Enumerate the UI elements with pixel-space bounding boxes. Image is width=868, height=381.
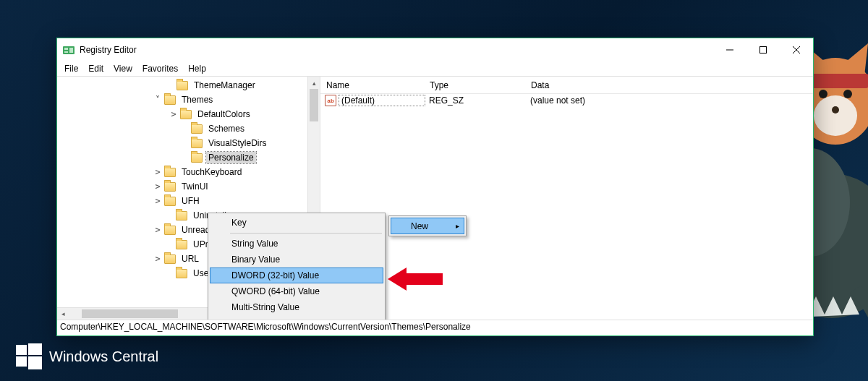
ctx-item-qword-64-bit-value[interactable]: QWORD (64-bit) Value <box>210 283 383 299</box>
ctx-item-label: String Value <box>231 239 278 249</box>
chevron-right-icon[interactable]: > <box>153 254 163 264</box>
svg-rect-11 <box>64 51 68 53</box>
context-menu-new: New▸ <box>388 215 467 236</box>
close-button[interactable] <box>780 39 813 61</box>
chevron-right-icon[interactable]: > <box>153 196 163 206</box>
titlebar[interactable]: Registry Editor <box>57 38 813 61</box>
watermark-text: Windows Central <box>49 348 158 365</box>
tree-node-label: Schemes <box>206 123 247 134</box>
ctx-item-key[interactable]: Key <box>210 215 383 231</box>
ctx-separator <box>230 233 382 234</box>
ctx-item-expandable-string-value[interactable]: Expandable String Value <box>210 315 383 320</box>
reg-string-icon: ab <box>325 95 336 106</box>
folder-icon <box>176 211 187 221</box>
submenu-arrow-icon: ▸ <box>456 222 459 230</box>
ctx-item-multi-string-value[interactable]: Multi-String Value <box>210 299 383 315</box>
folder-icon <box>164 197 176 206</box>
folder-icon <box>176 81 188 90</box>
tree-node-thememanager[interactable]: ThemeManager <box>57 78 307 93</box>
regedit-icon <box>63 44 75 56</box>
windows-logo-icon <box>16 343 42 369</box>
chevron-down-icon[interactable]: ˅ <box>153 95 163 105</box>
menu-view[interactable]: View <box>109 62 137 75</box>
svg-rect-10 <box>69 48 73 53</box>
tree-node-label: DefaultColors <box>195 108 252 120</box>
ctx-item-binary-value[interactable]: Binary Value <box>210 252 383 267</box>
menu-file[interactable]: File <box>59 62 83 75</box>
folder-icon <box>164 95 176 105</box>
tree-node-label: Personalize <box>206 152 256 163</box>
folder-icon <box>191 124 203 134</box>
ctx-item-label: Key <box>231 218 247 228</box>
value-data: (value not set) <box>526 95 813 106</box>
ctx-item-label: New <box>411 221 428 231</box>
values-list-pane: Name Type Data ab(Default)REG_SZ(value n… <box>320 77 813 320</box>
col-header-name[interactable]: Name <box>320 80 424 90</box>
folder-icon <box>164 182 176 192</box>
scroll-thumb[interactable] <box>310 89 318 121</box>
folder-icon <box>164 168 176 177</box>
svg-rect-19 <box>16 356 27 367</box>
scroll-left-arrow-icon[interactable]: ◂ <box>57 310 69 317</box>
ctx-item-new[interactable]: New▸ <box>391 218 464 234</box>
tree-node-label: TwinUI <box>179 181 210 192</box>
tree-node-personalize[interactable]: Personalize <box>57 150 307 165</box>
tree-node-schemes[interactable]: Schemes <box>57 121 307 136</box>
col-header-data[interactable]: Data <box>525 80 813 90</box>
ctx-item-label: Binary Value <box>231 254 280 265</box>
menu-edit[interactable]: Edit <box>83 62 109 75</box>
list-body[interactable]: ab(Default)REG_SZ(value not set) <box>320 94 813 107</box>
scroll-up-arrow-icon[interactable]: ▴ <box>308 77 320 89</box>
watermark: Windows Central <box>16 343 158 369</box>
menubar: File Edit View Favorites Help <box>57 61 813 76</box>
menu-help[interactable]: Help <box>183 62 211 75</box>
ctx-item-label: Expandable String Value <box>231 318 326 320</box>
tree-node-label: ThemeManager <box>192 80 258 91</box>
svg-rect-18 <box>28 343 42 355</box>
svg-point-6 <box>843 90 852 98</box>
chevron-right-icon[interactable]: > <box>153 167 163 177</box>
tree-node-themes[interactable]: ˅Themes <box>57 93 307 107</box>
chevron-right-icon[interactable]: > <box>169 109 179 119</box>
folder-icon <box>191 139 203 148</box>
tree-node-visualstyledirs[interactable]: VisualStyleDirs <box>57 136 307 150</box>
maximize-button[interactable] <box>746 39 780 61</box>
svg-rect-13 <box>760 46 767 53</box>
minimize-button[interactable] <box>713 39 746 61</box>
tree-node-defaultcolors[interactable]: >DefaultColors <box>57 107 307 121</box>
value-type: REG_SZ <box>425 95 526 106</box>
list-header: Name Type Data <box>320 77 813 94</box>
ctx-item-label: Multi-String Value <box>231 302 299 312</box>
registry-editor-window: Registry Editor File Edit View Favorites… <box>56 38 814 336</box>
folder-icon <box>176 269 187 278</box>
tree-node-touchkeyboard[interactable]: >TouchKeyboard <box>57 165 307 179</box>
chevron-right-icon[interactable]: > <box>153 225 163 235</box>
value-row[interactable]: ab(Default)REG_SZ(value not set) <box>320 94 813 107</box>
ctx-item-label: QWORD (64-bit) Value <box>231 286 320 296</box>
svg-point-3 <box>814 95 857 136</box>
svg-point-7 <box>832 106 839 114</box>
tree-node-label: URL <box>179 253 201 265</box>
context-menu-new-types: KeyString ValueBinary ValueDWORD (32-bit… <box>208 213 386 320</box>
menu-favorites[interactable]: Favorites <box>137 62 183 75</box>
statusbar-path: Computer\HKEY_LOCAL_MACHINE\SOFTWARE\Mic… <box>57 320 813 335</box>
folder-icon <box>191 153 203 163</box>
folder-icon <box>164 254 176 264</box>
chevron-right-icon[interactable]: > <box>153 181 163 192</box>
col-header-type[interactable]: Type <box>424 80 525 90</box>
ctx-item-dword-32-bit-value[interactable]: DWORD (32-bit) Value <box>210 267 383 283</box>
value-name: (Default) <box>339 95 425 106</box>
ctx-item-label: DWORD (32-bit) Value <box>231 270 319 281</box>
tree-node-label: Themes <box>179 94 215 106</box>
ctx-item-string-value[interactable]: String Value <box>210 236 383 252</box>
svg-rect-20 <box>28 356 42 369</box>
tree-node-label: VisualStyleDirs <box>206 137 268 149</box>
tree-node-label: UFH <box>179 195 202 207</box>
svg-rect-9 <box>64 48 68 50</box>
window-title: Registry Editor <box>80 45 713 55</box>
svg-point-5 <box>819 90 827 98</box>
folder-icon <box>164 226 176 235</box>
folder-icon <box>176 240 187 249</box>
tree-node-twinui[interactable]: >TwinUI <box>57 179 307 194</box>
tree-node-ufh[interactable]: >UFH <box>57 194 307 208</box>
